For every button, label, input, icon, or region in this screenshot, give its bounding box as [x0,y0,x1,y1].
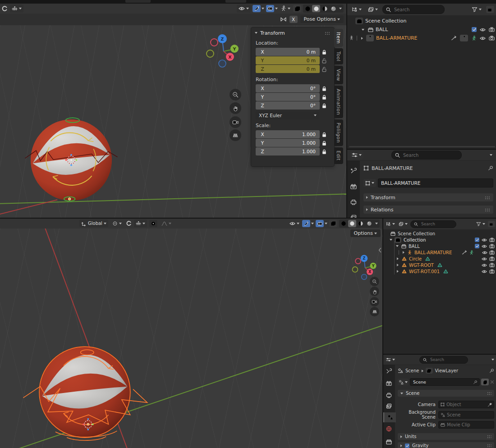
options-dropdown[interactable]: Options [350,229,381,237]
panel-grip[interactable] [487,392,491,395]
rotation-z-field[interactable]: Z0° [256,101,320,110]
hide-eye-icon[interactable] [482,238,487,242]
view-layer-tab-icon[interactable] [386,403,392,409]
proportional-editing-icon[interactable] [126,220,132,226]
outliner-row-scene-collection[interactable]: Scene Collection [383,230,496,237]
scene-tab-active[interactable] [383,412,396,422]
falloff-dropdown[interactable] [160,219,173,227]
gravity-checkbox[interactable] [405,443,409,448]
scale-y-field[interactable]: Y1.000 [256,139,320,147]
panel-grip[interactable] [487,444,491,447]
panel-grip[interactable] [485,196,491,199]
overlays-dropdown[interactable] [266,5,278,13]
scale-z-field[interactable]: Z1.000 [256,147,320,155]
shading-solid-icon[interactable] [312,5,320,12]
pan-button[interactable] [230,102,241,114]
shading-rendered-icon[interactable] [329,5,337,12]
outliner-row-scene-collection[interactable]: Scene Collection [347,17,496,25]
pin-icon[interactable] [488,165,493,171]
relations-panel-collapsed[interactable]: Relations [363,206,493,214]
outliner-row-ball[interactable]: BALL [383,243,496,249]
transform-orientation-dropdown[interactable]: Global [79,219,108,227]
rotation-y-field[interactable]: Y0° [256,93,320,101]
scene-name-input[interactable] [412,379,471,385]
tool-tab-icon[interactable] [386,368,392,374]
shading-material-icon[interactable] [357,220,365,227]
overlays-icon[interactable] [316,220,324,227]
background-scene-field[interactable]: Scene [438,411,494,419]
camera-object-field[interactable]: Object [438,401,494,408]
pose-mirror-x-icon[interactable] [280,16,287,23]
sidebar-collapse-chevron[interactable] [378,247,381,253]
collection-checkbox[interactable] [472,27,477,32]
outliner-scrollbar[interactable] [349,146,495,147]
lock-closed-icon[interactable] [320,141,329,146]
expand-icon[interactable] [390,239,392,241]
expand-icon[interactable] [397,264,399,266]
tab-edit[interactable]: Edit [334,147,343,164]
render-pass-icon[interactable] [329,220,337,227]
id-type-dropdown[interactable] [363,179,376,187]
location-z-field[interactable]: Z0 m [256,65,320,73]
gizmos-dropdown[interactable] [253,5,264,13]
expand-icon[interactable] [362,29,364,31]
render-visibility-icon[interactable] [489,250,495,255]
zoom-button[interactable] [370,277,379,286]
render-visibility-icon[interactable] [489,36,495,41]
tab-tool[interactable]: Tool [334,48,343,64]
hide-eye-icon[interactable] [482,263,487,267]
shading-rendered-icon[interactable] [365,220,373,227]
expand-icon[interactable] [397,257,399,260]
render-visibility-icon[interactable] [489,256,495,261]
lock-open-icon[interactable] [320,67,329,72]
outliner-search-input[interactable] [420,221,453,227]
outliner-row-wgt-root[interactable]: WGT-ROOT [383,262,496,268]
expand-icon[interactable] [396,245,399,247]
hide-eye-icon[interactable] [482,257,487,261]
new-collection-button[interactable] [486,6,494,13]
beach-ball-selected[interactable] [37,345,132,439]
outliner-filter-dropdown[interactable] [470,5,483,14]
render-visibility-icon[interactable] [489,263,495,267]
mirror-x-toggle[interactable]: X [289,16,298,23]
pan-button[interactable] [370,287,379,296]
perspective-toggle-button[interactable] [370,307,379,316]
outliner-filter-dropdown[interactable] [475,220,486,228]
overlays-icon[interactable] [266,5,274,12]
eyedropper-icon[interactable] [487,402,492,407]
panel-grip[interactable] [325,32,331,35]
tab-animation[interactable]: Animation [334,86,343,118]
expand-icon[interactable] [397,270,399,273]
gravity-panel-collapsed[interactable]: Gravity [398,442,494,448]
pose-options-dropdown[interactable]: Pose Options [300,15,344,23]
outliner-row-ball-armature[interactable]: BALL-ARMATURE [347,34,496,42]
outliner-filter-type-dropdown[interactable] [398,220,409,228]
object-name-input[interactable] [380,180,491,186]
object-visibility-dropdown[interactable] [237,5,251,13]
camera-view-button[interactable] [230,116,241,128]
collection-checkbox[interactable] [475,244,479,248]
lock-closed-icon[interactable] [320,50,329,55]
render-visibility-icon[interactable] [489,27,495,32]
lock-open-icon[interactable] [320,58,329,64]
pose-mode-icon[interactable] [460,35,468,41]
viewport-bottom-canvas[interactable]: Z Y X Options [0,229,382,448]
outliner-row-ball[interactable]: BALL [347,26,496,33]
snapping-dropdown[interactable] [134,219,147,227]
beach-ball-posed[interactable] [28,117,114,203]
hide-eye-icon[interactable] [482,244,487,248]
lock-closed-icon[interactable] [320,103,329,109]
navigation-gizmo[interactable]: Z Y X [204,31,243,69]
proportional-editing-icon[interactable] [1,5,8,12]
hide-eye-icon[interactable] [482,270,487,274]
render-visibility-icon[interactable] [489,269,495,274]
outliner-row-ball-armature[interactable]: BALL-ARMATURE [383,249,496,256]
scale-x-field[interactable]: X1.000 [256,130,320,138]
shading-material-icon[interactable] [321,5,329,12]
outliner-row-circle[interactable]: Circle [383,256,496,262]
tab-view[interactable]: View [334,66,343,84]
panel-grip[interactable] [485,208,491,211]
panel-grip[interactable] [487,435,491,438]
snapping-dropdown[interactable] [10,5,23,13]
collection-tab-icon[interactable] [386,439,392,444]
